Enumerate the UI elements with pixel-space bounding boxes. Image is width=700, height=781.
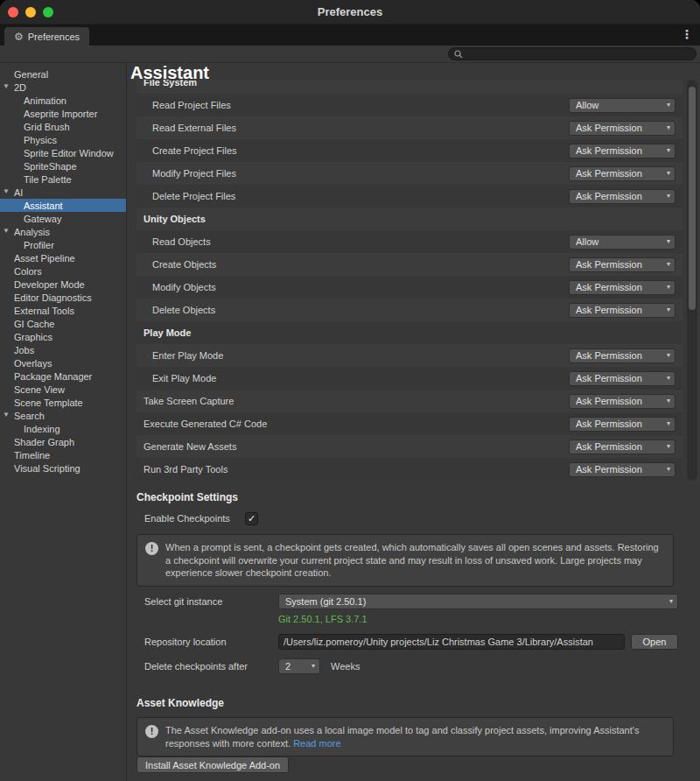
install-asset-knowledge-button[interactable]: Install Asset Knowledge Add-on <box>136 756 289 773</box>
permission-dropdown[interactable]: Allow ▾ <box>569 98 676 113</box>
sidebar-item[interactable]: ▼ Shader Graph <box>0 435 126 448</box>
permission-row: Delete Objects Ask Permission ▾ <box>136 299 682 321</box>
open-button[interactable]: Open <box>631 634 678 650</box>
permission-dropdown[interactable]: Ask Permission ▾ <box>569 166 676 181</box>
delete-after-dropdown[interactable]: 2 ▾ <box>278 658 320 674</box>
main-panel: Assistant File System ▾ Read Project Fil… <box>127 63 700 781</box>
sidebar-item-label: SpriteShape <box>24 161 77 172</box>
foldout-triangle-icon[interactable]: ▼ <box>3 412 10 419</box>
sidebar-item[interactable]: ▼ Colors <box>0 264 126 278</box>
sidebar-item[interactable]: ▼ Visual Scripting <box>0 461 126 475</box>
permission-dropdown[interactable]: Ask Permission ▾ <box>569 440 676 454</box>
checkpoint-settings-heading: Checkpoint Settings <box>136 491 238 503</box>
app-body: ▼ General ▼ 2D ▼ Animation ▼ Aseprite Im… <box>0 63 700 781</box>
permission-label: Execute Generated C# Code <box>144 419 569 429</box>
foldout-triangle-icon[interactable]: ▼ <box>3 83 10 90</box>
permission-label: Modify Objects <box>152 282 569 292</box>
sidebar-item[interactable]: ▼ Asset Pipeline <box>0 251 126 264</box>
git-instance-dropdown[interactable]: System (git 2.50.1) ▾ <box>278 594 678 609</box>
sidebar-item[interactable]: ▼ Editor Diagnostics <box>0 291 126 304</box>
sidebar-item-label: Assistant <box>24 201 63 211</box>
sidebar-item[interactable]: ▼ Graphics <box>0 330 126 343</box>
sidebar: ▼ General ▼ 2D ▼ Animation ▼ Aseprite Im… <box>0 63 127 781</box>
permission-dropdown[interactable]: Ask Permission ▾ <box>569 394 676 409</box>
permission-label: Delete Objects <box>152 305 569 315</box>
sidebar-item[interactable]: ▼ Developer Mode <box>0 278 126 291</box>
enable-checkpoints-row: Enable Checkpoints ✓ <box>144 510 678 526</box>
chevron-down-icon: ▾ <box>667 102 670 109</box>
permission-dropdown[interactable]: Ask Permission ▾ <box>569 257 676 272</box>
sidebar-item[interactable]: ▼ Tile Palette <box>0 172 126 186</box>
sidebar-item[interactable]: ▼ Grid Brush <box>0 120 126 133</box>
sidebar-item-label: Developer Mode <box>14 279 85 290</box>
sidebar-item[interactable]: ▼ Scene View <box>0 383 126 396</box>
sidebar-item[interactable]: ▼ Assistant <box>0 199 126 212</box>
sidebar-item[interactable]: ▼ AI <box>0 186 126 199</box>
sidebar-item[interactable]: ▼ Gateway <box>0 212 126 225</box>
more-menu-button[interactable]: ⋮ <box>681 27 693 41</box>
sidebar-item[interactable]: ▼ General <box>0 67 126 81</box>
permission-dropdown[interactable]: Ask Permission ▾ <box>569 371 676 386</box>
sidebar-item[interactable]: ▼ Scene Template <box>0 396 126 409</box>
sidebar-item[interactable]: ▼ GI Cache <box>0 317 126 330</box>
permission-row: Exit Play Mode Ask Permission ▾ <box>136 367 682 390</box>
vertical-scrollbar[interactable] <box>687 80 697 481</box>
git-instance-row: Select git instance System (git 2.50.1) … <box>144 594 678 609</box>
sidebar-item[interactable]: ▼ Timeline <box>0 448 126 461</box>
permission-row: Read Objects Allow ▾ <box>136 230 682 253</box>
foldout-triangle-icon[interactable]: ▼ <box>3 188 10 195</box>
permission-label: Run 3rd Party Tools <box>144 464 569 475</box>
sidebar-item[interactable]: ▼ Aseprite Importer <box>0 107 126 120</box>
search-input[interactable] <box>463 48 690 60</box>
permission-dropdown[interactable]: Ask Permission ▾ <box>569 417 676 432</box>
permission-row: Unity Objects ▾ <box>136 208 682 230</box>
dropdown-value: Ask Permission <box>576 191 662 201</box>
sidebar-item-label: Animation <box>24 95 66 106</box>
minimize-button[interactable] <box>25 7 36 18</box>
sidebar-item[interactable]: ▼ Package Manager <box>0 369 126 383</box>
sidebar-item[interactable]: ▼ Search <box>0 409 126 422</box>
sidebar-item[interactable]: ▼ Physics <box>0 133 126 146</box>
dropdown-value: Ask Permission <box>576 373 662 383</box>
sidebar-item[interactable]: ▼ 2D <box>0 81 126 94</box>
permission-row: Modify Objects Ask Permission ▾ <box>136 276 682 299</box>
permission-dropdown[interactable]: Ask Permission ▾ <box>569 303 676 318</box>
sidebar-item-label: Analysis <box>14 227 50 237</box>
sidebar-item[interactable]: ▼ Profiler <box>0 238 126 251</box>
sidebar-item-label: Jobs <box>14 345 34 355</box>
enable-checkpoints-checkbox[interactable]: ✓ <box>245 512 258 525</box>
zoom-button[interactable] <box>43 7 53 18</box>
sidebar-item[interactable]: ▼ Indexing <box>0 422 126 435</box>
delete-after-unit: Weeks <box>331 661 360 672</box>
permission-dropdown[interactable]: Ask Permission ▾ <box>569 121 676 136</box>
permission-dropdown[interactable]: Ask Permission ▾ <box>569 144 676 158</box>
permission-dropdown[interactable]: Ask Permission ▾ <box>569 462 676 477</box>
permission-dropdown[interactable]: Allow ▾ <box>569 235 676 250</box>
checkpoint-info-text: When a prompt is sent, a checkpoint gets… <box>165 542 659 578</box>
search-icon <box>454 50 463 59</box>
git-instance-label: Select git instance <box>144 596 278 607</box>
read-more-link[interactable]: Read more <box>293 738 340 749</box>
permission-dropdown[interactable]: Ask Permission ▾ <box>569 348 676 363</box>
sidebar-item[interactable]: ▼ SpriteShape <box>0 159 126 172</box>
tab-preferences[interactable]: ⚙ Preferences <box>4 27 89 46</box>
search-box[interactable] <box>448 47 696 60</box>
git-instance-value: System (git 2.50.1) <box>285 596 665 607</box>
foldout-triangle-icon[interactable]: ▼ <box>3 228 10 235</box>
sidebar-item[interactable]: ▼ Sprite Editor Window <box>0 146 126 159</box>
sidebar-item-label: Scene Template <box>14 398 83 408</box>
sidebar-item[interactable]: ▼ Overlays <box>0 356 126 369</box>
permission-label: Read Project Files <box>152 100 569 110</box>
scrollbar-thumb[interactable] <box>689 87 696 310</box>
sidebar-item[interactable]: ▼ Analysis <box>0 225 126 238</box>
permission-row: Enter Play Mode Ask Permission ▾ <box>136 344 682 367</box>
dropdown-value: Ask Permission <box>576 168 662 179</box>
sidebar-item[interactable]: ▼ External Tools <box>0 304 126 317</box>
sidebar-item[interactable]: ▼ Animation <box>0 94 126 107</box>
repository-location-input[interactable] <box>278 634 625 650</box>
close-button[interactable] <box>8 7 18 18</box>
permission-dropdown[interactable]: Ask Permission ▾ <box>569 189 676 204</box>
permission-dropdown[interactable]: Ask Permission ▾ <box>569 280 676 295</box>
sidebar-item[interactable]: ▼ Jobs <box>0 343 126 356</box>
dropdown-value: Ask Permission <box>576 282 662 292</box>
